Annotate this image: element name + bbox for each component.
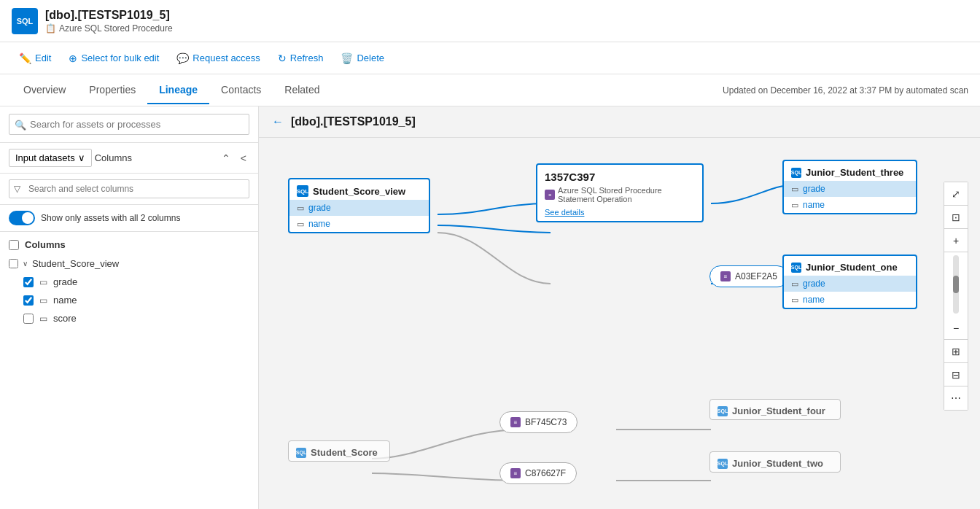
request-icon: 💬 <box>176 53 189 64</box>
header-subtitle: 📋 Azure SQL Stored Procedure <box>45 23 173 34</box>
node-field: ▭ grade <box>289 200 429 216</box>
refresh-button[interactable]: ↻ Refresh <box>271 49 331 68</box>
tab-properties[interactable]: Properties <box>77 77 147 104</box>
node-field: ▭ name <box>784 292 916 308</box>
collapse-button[interactable]: ⊟ <box>944 363 968 386</box>
edit-label: Edit <box>35 53 51 63</box>
dropdown-chevron-icon: ∨ <box>78 152 85 163</box>
node-title: SQL Junior_Student_four <box>710 400 840 419</box>
toggle-label: Show only assets with all 2 columns <box>41 213 180 223</box>
node-bf745c73[interactable]: ≡ BF745C73 <box>499 411 578 433</box>
request-label: Request access <box>192 53 260 63</box>
search-assets-input[interactable] <box>9 114 249 135</box>
tab-overview[interactable]: Overview <box>12 77 77 104</box>
see-details-link[interactable]: See details <box>537 206 702 221</box>
columns-select-all-checkbox[interactable] <box>9 240 19 250</box>
ellipse-label: BF745C73 <box>525 417 567 427</box>
node-db-icon: SQL <box>718 406 728 416</box>
proc-icon: ≡ <box>545 190 555 200</box>
edit-icon: ✏️ <box>19 53 31 64</box>
subtitle-icon: 📋 <box>45 23 56 34</box>
zoom-thumb <box>953 276 959 293</box>
zoom-scrollbar[interactable] <box>953 255 959 314</box>
bulk-edit-icon: ⊕ <box>69 53 77 64</box>
node-junior-student-three[interactable]: SQL Junior_Student_three ▭ grade ▭ name <box>782 160 917 214</box>
bulk-edit-label: Select for bulk edit <box>81 53 159 63</box>
node-field: ▭ grade <box>784 181 916 197</box>
search-columns-section: ▽ <box>0 174 258 205</box>
edit-button[interactable]: ✏️ Edit <box>12 49 58 68</box>
header: SQL [dbo].[TESTSP1019_5] 📋 Azure SQL Sto… <box>0 0 980 42</box>
updated-info: Updated on December 16, 2022 at 3:37 PM … <box>723 85 968 96</box>
grade-column-label: grade <box>53 276 77 287</box>
left-panel: 🔍 Input datasets ∨ Columns ⌃ < ▽ <box>0 106 259 509</box>
search-assets-icon: 🔍 <box>15 119 26 130</box>
node-a03ef2a5[interactable]: ≡ A03EF2A5 <box>709 265 788 287</box>
dataset-dropdown-label: Input datasets <box>15 152 75 163</box>
node-junior-student-two[interactable]: SQL Junior_Student_two <box>709 451 841 473</box>
field-text: grade <box>308 203 331 213</box>
back-button[interactable]: ← <box>271 114 285 130</box>
node-subtitle: ≡ Azure SQL Stored Procedure Statement O… <box>537 186 702 206</box>
panel-header: Input datasets ∨ Columns ⌃ < <box>0 143 258 174</box>
node-field: ▭ name <box>784 197 916 213</box>
tab-lineage[interactable]: Lineage <box>147 77 209 104</box>
tabs-bar: Overview Properties Lineage Contacts Rel… <box>0 74 980 106</box>
zoom-out-button[interactable]: − <box>944 316 968 340</box>
score-checkbox[interactable] <box>23 314 34 324</box>
group-name: Student_Score_view <box>32 258 119 269</box>
field-icon: ▭ <box>297 203 304 213</box>
field-text: name <box>803 200 825 210</box>
grade-checkbox[interactable] <box>23 277 34 287</box>
field-icon: ▭ <box>297 219 304 229</box>
zoom-scrollbar-container <box>944 252 968 316</box>
layout-button[interactable]: ⊞ <box>944 340 968 363</box>
toggle-thumb <box>22 212 34 224</box>
group-checkbox[interactable] <box>9 259 18 268</box>
node-junior-student-four[interactable]: SQL Junior_Student_four <box>709 399 841 420</box>
more-button[interactable]: ⋯ <box>944 386 968 410</box>
zoom-in-button[interactable]: + <box>944 229 968 252</box>
list-item: ▭ score <box>0 309 258 327</box>
node-c876627f[interactable]: ≡ C876627F <box>499 462 577 484</box>
collapse-panel-button[interactable]: < <box>238 151 249 166</box>
node-title: SQL Junior_Student_three <box>784 161 916 181</box>
field-text: grade <box>803 279 825 289</box>
column-group-student-score-view: ∨ Student_Score_view ▭ grade ▭ name ▭ sc <box>0 254 258 327</box>
columns-label: Columns <box>95 152 132 163</box>
search-columns-input[interactable] <box>9 179 249 198</box>
toolbar: ✏️ Edit ⊕ Select for bulk edit 💬 Request… <box>0 42 980 74</box>
node-db-icon: SQL <box>297 185 308 197</box>
canvas-header: ← [dbo].[TESTSP1019_5] <box>259 106 980 138</box>
list-item: ▭ name <box>0 291 258 309</box>
list-item: ▭ grade <box>0 273 258 291</box>
name-checkbox[interactable] <box>23 295 34 306</box>
expand-panel-button[interactable]: ⌃ <box>219 151 233 166</box>
fit-button[interactable]: ⊡ <box>944 206 968 229</box>
ellipse-icon: ≡ <box>510 417 521 427</box>
field-text: grade <box>803 184 825 194</box>
column-group-header[interactable]: ∨ Student_Score_view <box>0 254 258 273</box>
request-access-button[interactable]: 💬 Request access <box>169 49 268 68</box>
node-student-score-view[interactable]: SQL Student_Score_view ▭ grade ▭ name <box>288 178 430 233</box>
show-assets-toggle[interactable] <box>9 211 35 225</box>
node-junior-student-one[interactable]: SQL Junior_Student_one ▭ grade ▭ name <box>782 254 917 309</box>
bulk-edit-button[interactable]: ⊕ Select for bulk edit <box>61 49 166 68</box>
ellipse-label: C876627F <box>525 468 566 478</box>
expand-button[interactable]: ⤢ <box>944 182 968 206</box>
node-title: SQL Student_Score <box>289 441 389 461</box>
panel-header-left: Input datasets ∨ Columns <box>9 149 132 167</box>
dataset-dropdown[interactable]: Input datasets ∨ <box>9 149 92 167</box>
tab-contacts[interactable]: Contacts <box>209 77 273 104</box>
search-assets-section: 🔍 <box>0 106 258 143</box>
node-field: ▭ name <box>289 216 429 232</box>
grade-column-icon: ▭ <box>39 277 47 287</box>
node-student-score[interactable]: SQL Student_Score <box>288 440 390 462</box>
delete-button[interactable]: 🗑️ Delete <box>333 49 392 68</box>
tab-related[interactable]: Related <box>273 77 331 104</box>
ellipse-icon: ≡ <box>720 271 731 281</box>
delete-label: Delete <box>357 53 384 63</box>
canvas-title: [dbo].[TESTSP1019_5] <box>291 115 416 128</box>
field-icon: ▭ <box>791 279 798 289</box>
node-1357c397[interactable]: 1357C397 ≡ Azure SQL Stored Procedure St… <box>536 163 704 222</box>
